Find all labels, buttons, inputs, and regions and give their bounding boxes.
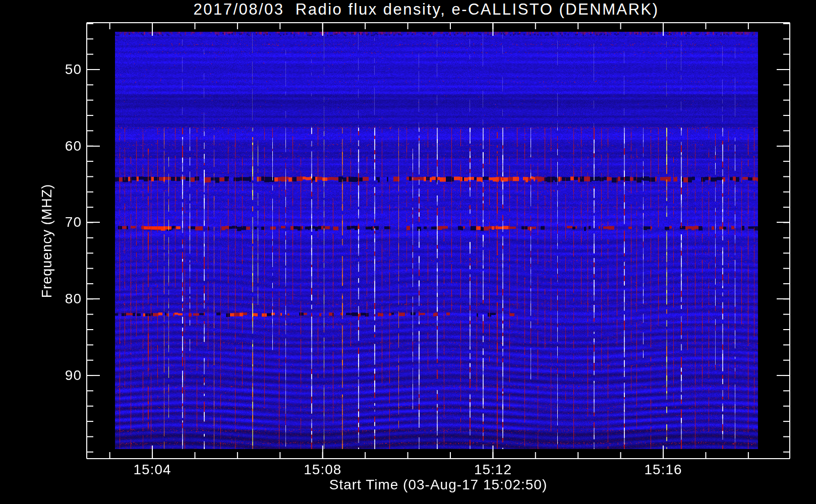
y-axis-label: Frequency (MHZ)	[39, 184, 55, 298]
plot-title: 2017/08/03 Radio flux density, e-CALLIST…	[193, 1, 659, 19]
x-tick-label: 15:04	[134, 462, 171, 478]
x-axis-label: Start Time (03-Aug-17 15:02:50)	[329, 477, 548, 493]
x-tick-label: 15:08	[304, 462, 341, 478]
y-tick-label: 90	[12, 367, 82, 384]
y-tick-label: 60	[12, 138, 82, 154]
x-tick-label: 15:16	[645, 462, 682, 478]
spectrogram-image	[115, 32, 758, 449]
x-tick-label: 15:12	[474, 462, 512, 478]
y-tick-label: 50	[12, 61, 82, 78]
spectrogram-page: 2017/08/03 Radio flux density, e-CALLIST…	[0, 0, 816, 504]
